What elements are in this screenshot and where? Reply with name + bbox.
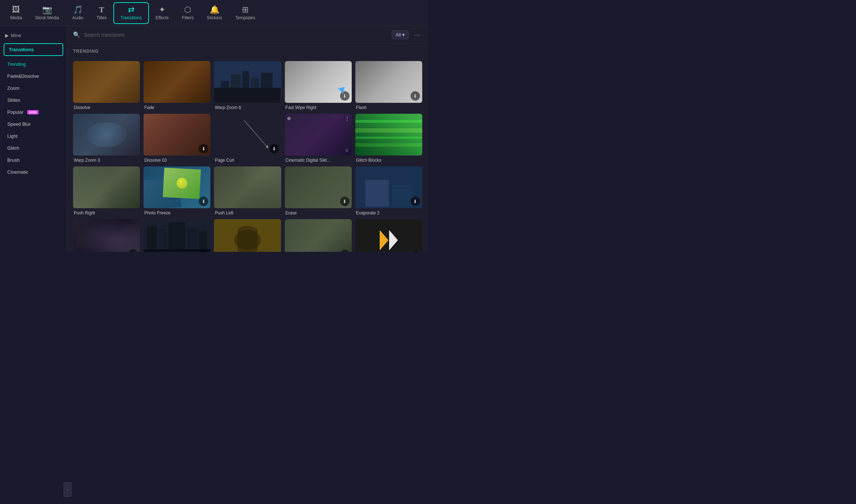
sidebar-mine[interactable]: ▶ Mine	[0, 30, 67, 41]
list-item[interactable]: ⬇ Fast Wipe Right	[285, 61, 352, 110]
list-item[interactable]: ⬇ Photo Freeze	[144, 166, 210, 215]
trending-section: TRENDING	[67, 44, 428, 61]
cinematic-label: Cinematic Digital Slid...	[285, 158, 352, 163]
list-item[interactable]: ⬇ Flash	[355, 61, 422, 110]
nav-filters-label: Filters	[182, 15, 194, 20]
nav-media-label: Media	[10, 15, 22, 20]
thumb-warpzoom3	[73, 114, 140, 156]
list-item[interactable]: Warp Zoom 3	[73, 114, 140, 163]
svg-rect-15	[169, 223, 185, 252]
sidebar-item-fade[interactable]: Fade&Dissolve	[0, 70, 67, 82]
sidebar-item-glitch[interactable]: Glitch	[0, 142, 67, 154]
sidebar-light-label: Light	[7, 133, 17, 139]
audio-icon: 🎵	[73, 6, 83, 14]
list-item[interactable]: Fade	[144, 61, 210, 110]
list-item[interactable]: ⊕ ⋮ ☆ Cinematic Digital Slid...	[285, 114, 352, 163]
thumb-fastzoom: ⬇	[144, 219, 210, 252]
target-icon: ⊕	[287, 116, 291, 121]
nav-filters[interactable]: ⬡ Filters	[175, 3, 200, 23]
nav-transitions[interactable]: ⇄ Transitions	[113, 2, 149, 24]
sidebar-zoom-label: Zoom	[7, 85, 19, 91]
templates-icon: ⊞	[242, 6, 249, 14]
nav-effects[interactable]: ✦ Effects	[149, 3, 175, 23]
list-item[interactable]: ⬇ Fast Zoom	[144, 219, 210, 252]
svg-rect-14	[159, 229, 167, 252]
dropdown-chevron: ▾	[402, 32, 405, 37]
sidebar-item-zoom[interactable]: Zoom	[0, 82, 67, 94]
sidebar: ▶ Mine Transitions Trending Fade&Dissolv…	[0, 26, 67, 252]
search-icon: 🔍	[73, 31, 80, 38]
nav-stickers-label: Stickers	[207, 15, 222, 20]
nav-stickers[interactable]: 🔔 Stickers	[200, 3, 229, 23]
dots-icon: ⋮	[345, 116, 350, 121]
thumb-fastwipe: ⬇	[285, 61, 352, 103]
thumb-blurdissolve: ⬇	[73, 219, 140, 252]
evaporate-label: Evaporate 2	[355, 210, 422, 215]
list-item[interactable]: Box Turn 1	[214, 219, 281, 252]
list-item[interactable]: ⬇ Page Curl	[214, 114, 281, 163]
sidebar-speedblur-label: Speed Blur	[7, 121, 31, 127]
list-item[interactable]: ⬇ Fade Single Track	[285, 219, 352, 252]
search-input[interactable]	[84, 32, 388, 38]
media-icon: 🖼	[12, 6, 20, 14]
effects-icon: ✦	[159, 6, 165, 14]
download-icon: ⬇	[340, 91, 350, 101]
sidebar-transitions-button[interactable]: Transitions	[4, 43, 63, 56]
filter-dropdown[interactable]: All ▾	[392, 30, 409, 39]
titles-icon: T	[99, 6, 104, 14]
list-item[interactable]: Glitch Blocks	[355, 114, 422, 163]
warpzoom3-label: Warp Zoom 3	[73, 158, 140, 163]
pushright-label: Push Right	[73, 210, 140, 215]
list-item[interactable]: Warp Zoom 6	[214, 61, 281, 110]
list-item[interactable]: ⬇ Blur Dissolve 1	[73, 219, 140, 252]
list-item[interactable]: ⬇ Evaporate 2	[355, 166, 422, 215]
list-item[interactable]: ⬇ Erase	[285, 166, 352, 215]
nav-titles[interactable]: T Titles	[90, 3, 113, 23]
thumb-pushleft	[214, 166, 281, 208]
sidebar-item-brush[interactable]: Brush	[0, 154, 67, 166]
nav-templates[interactable]: ⊞ Templates	[229, 3, 262, 23]
more-button[interactable]: ···	[412, 30, 422, 40]
content-area: 🔍 All ▾ ··· TRENDING Dissolve	[67, 26, 428, 252]
list-item[interactable]: Dissolve	[73, 61, 140, 110]
search-bar: 🔍 All ▾ ···	[67, 26, 428, 44]
sidebar-slides-label: Slides	[7, 97, 20, 103]
erase-label: Erase	[285, 210, 352, 215]
list-item[interactable]: Push Right	[73, 166, 140, 215]
list-item[interactable]: Push Left	[214, 166, 281, 215]
svg-rect-16	[187, 227, 197, 252]
thumb-flash: ⬇	[355, 61, 422, 103]
flash-label: Flash	[355, 105, 422, 110]
stock-icon: 📷	[42, 6, 52, 14]
list-item[interactable]: ⬇ Linear 14	[355, 219, 422, 252]
sidebar-item-speedblur[interactable]: Speed Blur	[0, 118, 67, 130]
sidebar-item-light[interactable]: Light	[0, 130, 67, 142]
sidebar-item-popular[interactable]: Popular NEW	[0, 106, 67, 118]
sidebar-trending-label: Trending	[7, 61, 26, 67]
nav-audio[interactable]: 🎵 Audio	[66, 3, 90, 23]
pagecurl-label: Page Curl	[214, 158, 281, 163]
sidebar-item-cinematic[interactable]: Cinematic	[0, 166, 67, 178]
sidebar-brush-label: Brush	[7, 157, 20, 163]
thumb-warpzoom6	[214, 61, 281, 103]
sidebar-popular-label: Popular	[7, 109, 24, 115]
thumb-fade	[144, 61, 210, 103]
download-icon: ⬇	[270, 144, 279, 153]
trending-title: TRENDING	[73, 49, 422, 54]
thumb-boxturn	[214, 219, 281, 252]
thumb-photofreeze: ⬇	[144, 166, 210, 208]
download-icon: ⬇	[199, 144, 208, 153]
mine-chevron: ▶	[5, 33, 9, 38]
nav-transitions-label: Transitions	[121, 15, 142, 20]
list-item[interactable]: ⬇ Dissolve 03	[144, 114, 210, 163]
nav-stock[interactable]: 📷 Stock Media	[29, 3, 66, 23]
svg-rect-13	[147, 226, 157, 252]
sidebar-item-slides[interactable]: Slides	[0, 94, 67, 106]
sidebar-item-trending[interactable]: Trending	[0, 58, 67, 70]
nav-media[interactable]: 🖼 Media	[4, 3, 29, 23]
thumb-pagecurl: ⬇	[214, 114, 281, 156]
download-icon: ⬇	[340, 197, 350, 206]
thumb-evaporate: ⬇	[355, 166, 422, 208]
thumb-glitch	[355, 114, 422, 156]
transitions-icon: ⇄	[128, 6, 134, 14]
